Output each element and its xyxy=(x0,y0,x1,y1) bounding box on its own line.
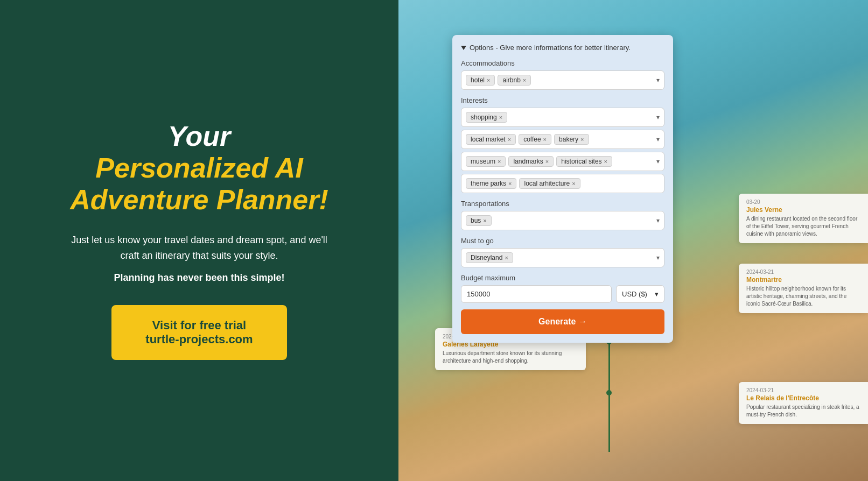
montmartre-desc: Historic hilltop neighborhood known for … xyxy=(746,285,860,308)
tag-local-arhitecture: local arhitecture × xyxy=(519,178,580,189)
transportations-label: Transportations xyxy=(461,200,664,208)
montmartre-date: 2024-03-21 xyxy=(746,269,860,275)
remove-local-market[interactable]: × xyxy=(508,136,511,143)
cta-line1: Visit for free trial xyxy=(145,319,253,333)
galeries-desc: Luxurious department store known for its… xyxy=(443,350,578,365)
interests-label: Interests xyxy=(461,96,664,104)
interests-dropdown-arrow2[interactable]: ▾ xyxy=(656,136,660,143)
transportations-section: Transportations bus × ▾ xyxy=(461,200,664,230)
montmartre-card: 2024-03-21 Montmartre Historic hilltop n… xyxy=(739,264,868,313)
remove-shopping[interactable]: × xyxy=(499,114,502,121)
tag-hotel: hotel × xyxy=(466,75,495,86)
must-go-section: Must to go Disneyland × ▾ xyxy=(461,237,664,267)
relais-desc: Popular restaurant specializing in steak… xyxy=(746,404,860,419)
headline-your: Your xyxy=(43,121,355,152)
montmartre-content: 2024-03-21 Montmartre Historic hilltop n… xyxy=(739,264,868,313)
tl-dot-5 xyxy=(606,390,612,395)
transportations-input[interactable]: bus × ▾ xyxy=(461,211,664,230)
remove-historical-sites[interactable]: × xyxy=(604,158,607,165)
remove-theme-parks[interactable]: × xyxy=(508,180,512,187)
tag-landmarks: landmarks × xyxy=(508,156,554,167)
collapse-icon[interactable] xyxy=(461,46,466,50)
accommodations-label: Accommodations xyxy=(461,59,664,67)
relais-card: 2024-03-21 Le Relais de l'Entrecôte Popu… xyxy=(739,382,868,424)
remove-museum[interactable]: × xyxy=(498,158,501,165)
panel-header: Options - Give more informations for bet… xyxy=(461,44,664,52)
remove-local-arhitecture[interactable]: × xyxy=(572,180,575,187)
remove-bus[interactable]: × xyxy=(483,217,486,224)
jules-verne-content: 03-20 Jules Verne A dining restaurant lo… xyxy=(739,194,868,243)
budget-label: Budget maximum xyxy=(461,274,664,282)
tag-museum: museum × xyxy=(466,156,506,167)
interests-dropdown-arrow3[interactable]: ▾ xyxy=(656,158,660,165)
interests-input-row3[interactable]: museum × landmarks × historical sites × … xyxy=(461,152,664,171)
tag-bakery: bakery × xyxy=(554,134,589,145)
tag-theme-parks: theme parks × xyxy=(466,178,516,189)
accommodations-section: Accommodations hotel × airbnb × ▾ xyxy=(461,59,664,90)
remove-bakery[interactable]: × xyxy=(580,136,584,143)
tag-bus: bus × xyxy=(466,215,492,226)
relais-content: 2024-03-21 Le Relais de l'Entrecôte Popu… xyxy=(739,382,868,424)
jules-verne-desc: A dining restaurant located on the secon… xyxy=(746,215,860,238)
accommodations-input[interactable]: hotel × airbnb × ▾ xyxy=(461,70,664,90)
left-panel: Your Personalized AI Adventure Planner! … xyxy=(0,0,398,481)
options-panel: Options - Give more informations for bet… xyxy=(452,35,673,343)
remove-hotel[interactable]: × xyxy=(487,77,490,83)
remove-airbnb[interactable]: × xyxy=(523,77,526,83)
must-go-label: Must to go xyxy=(461,237,664,245)
relais-title: Le Relais de l'Entrecôte xyxy=(746,394,860,402)
tag-shopping: shopping × xyxy=(466,112,507,123)
subtitle: Just let us know your travel dates and d… xyxy=(65,232,334,264)
panel-header-text: Options - Give more informations for bet… xyxy=(470,44,631,52)
remove-coffee[interactable]: × xyxy=(543,136,547,143)
currency-label: USD ($) xyxy=(622,290,647,298)
budget-section: Budget maximum USD ($) ▾ xyxy=(461,274,664,303)
remove-disneyland[interactable]: × xyxy=(505,254,508,261)
currency-arrow: ▾ xyxy=(655,290,659,298)
relais-date: 2024-03-21 xyxy=(746,387,860,393)
accommodations-dropdown-arrow[interactable]: ▾ xyxy=(656,76,660,84)
jules-verne-title: Jules Verne xyxy=(746,206,860,214)
generate-label: Generate → xyxy=(538,317,587,327)
interests-dropdown-arrow1[interactable]: ▾ xyxy=(656,114,660,121)
headline-main: Personalized AI Adventure Planner! xyxy=(43,152,355,217)
jules-verne-card: 03-20 Jules Verne A dining restaurant lo… xyxy=(739,194,868,243)
tag-coffee: coffee × xyxy=(519,134,551,145)
interests-input-row1[interactable]: shopping × ▾ xyxy=(461,108,664,127)
remove-landmarks[interactable]: × xyxy=(545,158,549,165)
jules-verne-date: 03-20 xyxy=(746,199,860,205)
tag-local-market: local market × xyxy=(466,134,516,145)
simple-text: Planning has never been this simple! xyxy=(114,272,284,284)
interests-section: Interests shopping × ▾ local market × co… xyxy=(461,96,664,193)
interests-input-row2[interactable]: local market × coffee × bakery × ▾ xyxy=(461,130,664,149)
must-go-input[interactable]: Disneyland × ▾ xyxy=(461,248,664,267)
montmartre-title: Montmartre xyxy=(746,276,860,284)
headline: Your Personalized AI Adventure Planner! xyxy=(43,121,355,216)
tag-airbnb: airbnb × xyxy=(498,75,531,86)
cta-line2: turtle-projects.com xyxy=(145,333,253,346)
tag-disneyland: Disneyland × xyxy=(466,252,513,263)
transport-dropdown-arrow[interactable]: ▾ xyxy=(656,217,660,224)
tag-historical-sites: historical sites × xyxy=(556,156,612,167)
budget-row: USD ($) ▾ xyxy=(461,285,664,303)
budget-input[interactable] xyxy=(461,285,612,303)
currency-select[interactable]: USD ($) ▾ xyxy=(616,285,664,303)
cta-button[interactable]: Visit for free trial turtle-projects.com xyxy=(111,305,286,360)
interests-input-row4[interactable]: theme parks × local arhitecture × xyxy=(461,174,664,193)
generate-button[interactable]: Generate → xyxy=(461,309,664,334)
right-panel: Options - Give more informations for bet… xyxy=(398,0,868,481)
must-go-dropdown-arrow[interactable]: ▾ xyxy=(656,254,660,261)
